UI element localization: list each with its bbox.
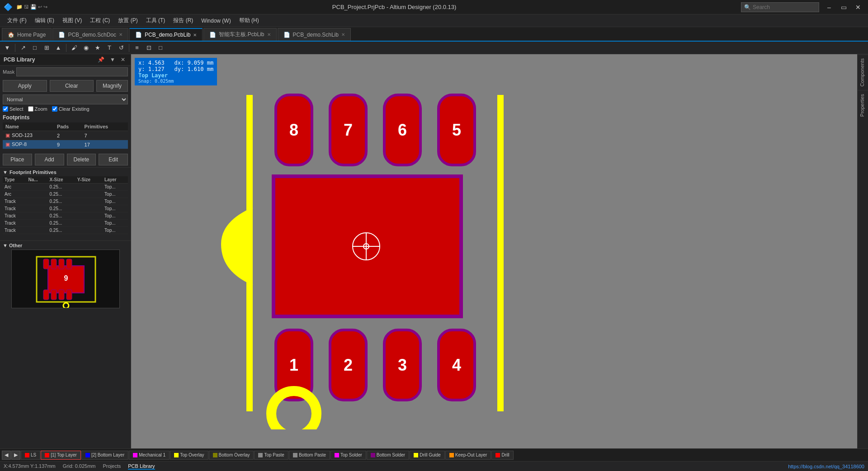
tb-chart[interactable]: ▲ — [53, 43, 64, 53]
apply-button[interactable]: Apply — [3, 80, 47, 92]
menu-edit[interactable]: 编辑 (E) — [31, 16, 58, 25]
pcb-preview-svg: 9 — [12, 250, 120, 308]
layer-tab-ls[interactable]: LS — [21, 451, 40, 460]
components-panel-tab[interactable]: Components — [858, 54, 868, 90]
checkboxes-row: Select Zoom Clear Existing — [0, 105, 131, 113]
search-input[interactable] — [753, 4, 816, 10]
restore-button[interactable]: ▭ — [837, 2, 850, 12]
tb-circle[interactable]: ◉ — [80, 43, 91, 53]
select-checkbox[interactable] — [3, 106, 8, 112]
tb-rect[interactable]: □ — [29, 43, 40, 53]
menu-view[interactable]: 视图 (V) — [59, 16, 85, 25]
panel-pin-button[interactable]: 📌 — [96, 56, 106, 63]
layer-tab-topoverlay[interactable]: Top Overlay — [170, 451, 208, 460]
tb-arrow[interactable]: ↗ — [18, 43, 28, 53]
list-item[interactable]: Track0.25...Top... — [3, 198, 128, 205]
list-item[interactable]: Track0.25...Top... — [3, 212, 128, 220]
select-checkbox-label[interactable]: Select — [3, 106, 24, 112]
close-button[interactable]: ✕ — [852, 2, 864, 12]
tab-home[interactable]: 🏠 Home Page — [2, 28, 52, 41]
delete-button[interactable]: Delete — [67, 154, 96, 165]
tab-pcbLib[interactable]: 📄 PCB_demo.PcbLib ✕ — [129, 28, 203, 41]
row-icon-1: ▣ — [5, 141, 10, 147]
mask-row: Mask — [0, 66, 131, 78]
list-item[interactable]: Track0.25...Top... — [3, 227, 128, 234]
table-row[interactable]: ▣SOP-8 9 17 — [3, 140, 128, 149]
search-box[interactable]: 🔍 — [741, 2, 819, 12]
projects-tab[interactable]: Projects — [103, 463, 121, 470]
menu-bar: 文件 (F) 编辑 (E) 视图 (V) 工程 (C) 放置 (P) 工具 (T… — [0, 14, 868, 27]
canvas-area[interactable]: x: 4.563 dx: 9.059 mm y: 1.127 dy: 1.610… — [131, 54, 857, 448]
tb-rotate[interactable]: ↺ — [116, 43, 127, 53]
panel-close-button[interactable]: ✕ — [119, 56, 127, 63]
minimize-button[interactable]: – — [823, 2, 835, 12]
layer-tab-keepout[interactable]: Keep-Out Layer — [445, 451, 491, 460]
clear-button[interactable]: Clear — [50, 80, 94, 92]
tb-text[interactable]: T — [104, 43, 115, 53]
place-button[interactable]: Place — [3, 154, 32, 165]
tab-close-schLib[interactable]: ✕ — [341, 32, 345, 37]
menu-tools[interactable]: 工具 (T) — [142, 16, 169, 25]
zoom-checkbox[interactable] — [28, 106, 33, 112]
status-left: X:4.573mm Y:1.137mm Grid: 0.025mm Projec… — [4, 463, 155, 470]
layer-tab-bottom[interactable]: [2] Bottom Layer — [81, 451, 128, 460]
tb-filter[interactable]: ▼ — [2, 43, 13, 53]
layer-tab-top[interactable]: [1] Top Layer — [41, 451, 81, 460]
layer-tab-mech[interactable]: Mechanical 1 — [129, 451, 170, 460]
tb-zoom-box[interactable]: ⊡ — [143, 43, 154, 53]
menu-project[interactable]: 工程 (C) — [86, 16, 113, 25]
zoom-checkbox-label[interactable]: Zoom — [28, 106, 47, 112]
layer-tab-botoverlay[interactable]: Bottom Overlay — [209, 451, 254, 460]
mode-select[interactable]: Normal — [3, 94, 128, 104]
layer-next-button[interactable]: ▶ — [11, 451, 20, 460]
layer-prev-button[interactable]: ◀ — [2, 451, 11, 460]
right-panels: Components Properties — [857, 54, 868, 448]
magnify-button[interactable]: Magnify — [96, 80, 128, 92]
menu-window[interactable]: Window (W) — [198, 17, 234, 25]
layer-tab-toppaste[interactable]: Top Paste — [254, 451, 288, 460]
list-item[interactable]: Track0.25...Top... — [3, 220, 128, 227]
tab-schDoc[interactable]: 📄 PCB_demo.SchDoc ✕ — [52, 28, 128, 41]
svg-text:7: 7 — [344, 121, 353, 139]
tab-close-pcbLib[interactable]: ✕ — [193, 33, 197, 38]
menu-report[interactable]: 报告 (R) — [170, 16, 197, 25]
primitives-title: ▼ Footprint Primitives — [3, 170, 128, 175]
list-item[interactable]: Track0.25...Top... — [3, 205, 128, 212]
panel-menu-button[interactable]: ▼ — [108, 56, 117, 63]
menu-file[interactable]: 文件 (F) — [4, 16, 30, 25]
primitives-scroll[interactable]: Type Na... X-Size Y-Size Layer Arc0.25..… — [3, 176, 128, 240]
tb-star[interactable]: ★ — [92, 43, 103, 53]
clear-existing-checkbox[interactable] — [52, 106, 57, 112]
layer-color-botoverlay — [213, 453, 217, 457]
pcblibrary-tab[interactable]: PCB Library — [128, 463, 155, 470]
search-icon: 🔍 — [744, 4, 751, 10]
layer-tab-botpaste[interactable]: Bottom Paste — [289, 451, 330, 460]
list-item[interactable]: Arc0.25...Top... — [3, 184, 128, 191]
mask-input[interactable] — [16, 67, 128, 76]
menu-place[interactable]: 放置 (P) — [114, 16, 141, 25]
layer-tab-topsolder[interactable]: Top Solder — [330, 451, 366, 460]
tb-brush[interactable]: 🖌 — [69, 43, 80, 53]
tb-grid[interactable]: ⊞ — [41, 43, 52, 53]
layer-tab-botsolder[interactable]: Bottom Solder — [367, 451, 409, 460]
toolbar: ▼ ↗ □ ⊞ ▲ 🖌 ◉ ★ T ↺ ≡ ⊡ □ — [0, 42, 868, 54]
properties-panel-tab[interactable]: Properties — [858, 90, 868, 120]
menu-help[interactable]: 帮助 (H) — [236, 16, 263, 25]
tb-inspect[interactable]: ≡ — [132, 43, 142, 53]
tab-close-smartcar[interactable]: ✕ — [267, 32, 271, 37]
pcb-canvas[interactable]: 8 7 6 5 1 2 3 — [185, 77, 592, 429]
tab-schLib[interactable]: 📄 PCB_demo.SchLib ✕ — [278, 28, 351, 41]
clear-existing-checkbox-label[interactable]: Clear Existing — [52, 106, 90, 112]
layer-tab-drillguide[interactable]: Drill Guide — [410, 451, 445, 460]
tb-square[interactable]: □ — [155, 43, 166, 53]
edit-button[interactable]: Edit — [99, 154, 128, 165]
table-row[interactable]: ▣SOD-123 2 7 — [3, 131, 128, 140]
svg-text:9: 9 — [64, 274, 68, 282]
layer-tab-drill[interactable]: Drill — [491, 451, 513, 460]
list-item[interactable]: Arc0.25...Top... — [3, 191, 128, 198]
tab-close-schDoc[interactable]: ✕ — [119, 32, 123, 37]
tab-smartcar[interactable]: 📄 智能车主板.PcbLib ✕ — [203, 28, 276, 41]
svg-rect-10 — [66, 290, 72, 300]
layer-color-ls — [25, 453, 29, 457]
add-button[interactable]: Add — [35, 154, 64, 165]
